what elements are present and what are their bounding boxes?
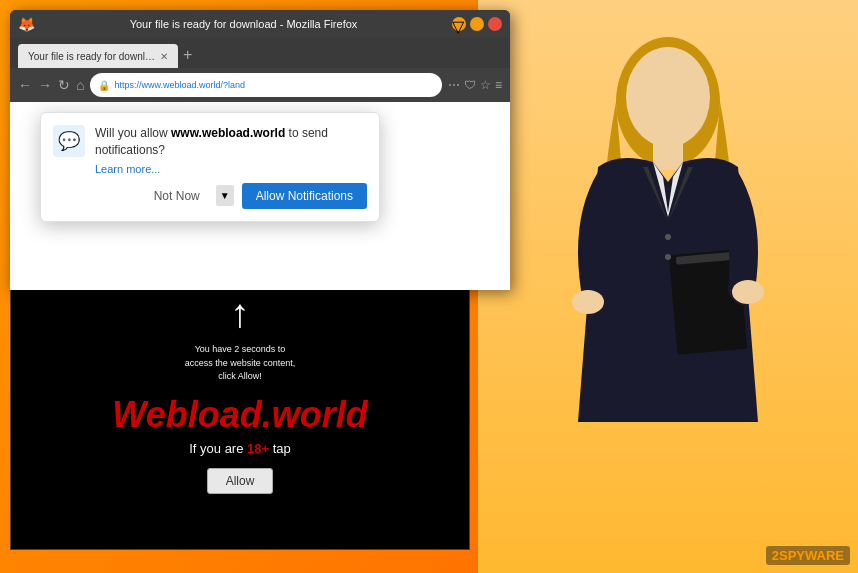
svg-point-8: [665, 254, 671, 260]
tab-close-button[interactable]: ✕: [160, 51, 168, 62]
allow-button[interactable]: Allow: [207, 468, 274, 494]
popup-header: 💬 Will you allow www.webload.world to se…: [53, 125, 367, 175]
instruction-text: You have 2 seconds toaccess the website …: [185, 343, 296, 384]
address-text: https://www.webload.world/?land: [114, 80, 245, 90]
browser-window: 🦊 Your file is ready for download - Mozi…: [10, 10, 510, 290]
age-text: 18+: [247, 441, 269, 456]
arrow-up-icon: ↑: [230, 293, 250, 333]
learn-more-link[interactable]: Learn more...: [95, 163, 367, 175]
browser-titlebar: 🦊 Your file is ready for download - Mozi…: [10, 10, 510, 38]
subtitle-post: tap: [269, 441, 291, 456]
maximize-button[interactable]: [470, 17, 484, 31]
address-bar[interactable]: 🔒 https://www.webload.world/?land: [90, 73, 442, 97]
window-title: Your file is ready for download - Mozill…: [41, 18, 446, 30]
svg-point-1: [626, 47, 710, 147]
woman-image: [478, 0, 858, 573]
svg-point-5: [572, 290, 604, 314]
minimize-button[interactable]: ▽: [452, 17, 466, 31]
svg-point-7: [665, 234, 671, 240]
website-body: ↑ You have 2 seconds toaccess the websit…: [11, 273, 469, 549]
browser-content: 💬 Will you allow www.webload.world to se…: [10, 102, 510, 290]
site-title: Webload.world: [112, 394, 367, 436]
website-screenshot: Show notifications Allow Block Press Esc…: [10, 250, 470, 550]
active-tab[interactable]: Your file is ready for downl… ✕: [18, 44, 178, 68]
home-button[interactable]: ⌂: [76, 77, 84, 93]
watermark-brand: SPYWARE: [779, 548, 844, 563]
browser-tabs: Your file is ready for downl… ✕ +: [10, 38, 510, 68]
notification-popup: 💬 Will you allow www.webload.world to se…: [40, 112, 380, 222]
svg-rect-2: [653, 140, 683, 170]
back-button[interactable]: ←: [18, 77, 32, 93]
reload-button[interactable]: ↻: [58, 77, 70, 93]
tab-label: Your file is ready for downl…: [28, 51, 155, 62]
menu-icon[interactable]: ⋯: [448, 78, 460, 92]
star-icon[interactable]: ☆: [480, 78, 491, 92]
popup-domain: www.webload.world: [171, 126, 285, 140]
notification-bell-icon: 💬: [53, 125, 85, 157]
svg-point-6: [732, 280, 764, 304]
toolbar-icons: ⋯ 🛡 ☆ ≡: [448, 78, 502, 92]
allow-notifications-button[interactable]: Allow Notifications: [242, 183, 367, 209]
close-button[interactable]: [488, 17, 502, 31]
not-now-button[interactable]: Not Now: [146, 184, 208, 208]
subtitle: If you are 18+ tap: [189, 441, 291, 456]
popup-message: Will you allow www.webload.world to send…: [95, 125, 367, 159]
watermark-number: 2: [772, 548, 779, 563]
browser-toolbar: ← → ↻ ⌂ 🔒 https://www.webload.world/?lan…: [10, 68, 510, 102]
firefox-icon: 🦊: [18, 16, 35, 32]
subtitle-pre: If you are: [189, 441, 247, 456]
extensions-icon[interactable]: ≡: [495, 78, 502, 92]
ssl-lock-icon: 🔒: [98, 80, 110, 91]
forward-button[interactable]: →: [38, 77, 52, 93]
watermark: 2SPYWARE: [766, 546, 850, 565]
dropdown-button[interactable]: ▼: [216, 185, 234, 206]
popup-buttons: Not Now ▼ Allow Notifications: [53, 183, 367, 209]
new-tab-button[interactable]: +: [183, 47, 192, 68]
shield-icon[interactable]: 🛡: [464, 78, 476, 92]
